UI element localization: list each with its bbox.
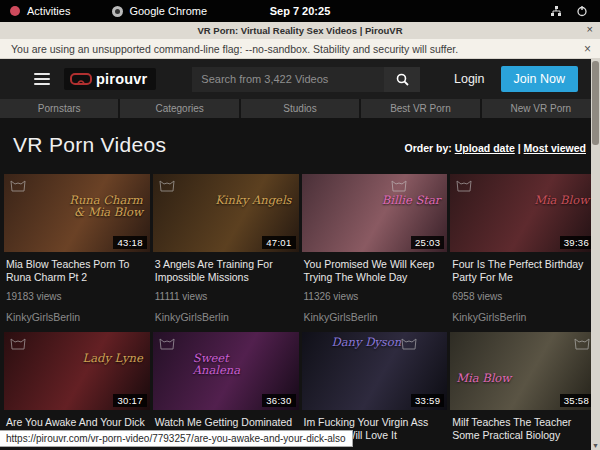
- join-now-button[interactable]: Join Now: [501, 66, 578, 92]
- nav-item-best-vr[interactable]: Best VR Porn: [361, 99, 479, 118]
- duration-badge: 43:18: [113, 236, 146, 249]
- video-title-link[interactable]: 3 Angels Are Training For Impossible Mis…: [153, 258, 299, 284]
- main-nav: Pornstars Categories Studios Best VR Por…: [0, 99, 600, 118]
- studio-link[interactable]: KinkyGirlsBerlin: [302, 311, 448, 323]
- video-grid: Runa Charm & Mia Blow 43:18 Mia Blow Tea…: [0, 174, 600, 450]
- video-card: Runa Charm & Mia Blow 43:18 Mia Blow Tea…: [4, 174, 150, 332]
- thumbnail-overlay-text: Dany Dyson: [332, 336, 402, 348]
- scrollbar-down-arrow-icon[interactable]: ▼: [591, 442, 600, 449]
- duration-badge: 33:59: [411, 394, 444, 407]
- duration-badge: 30:17: [113, 394, 146, 407]
- sandbox-warning-text: You are using an unsupported command-lin…: [11, 43, 458, 55]
- duration-badge: 25:03: [411, 236, 444, 249]
- video-card: Kinky Angels 47:01 3 Angels Are Training…: [153, 174, 299, 332]
- video-thumbnail[interactable]: Kinky Angels 47:01: [153, 174, 299, 252]
- studio-logo-icon: [391, 178, 407, 192]
- network-icon[interactable]: [550, 5, 562, 17]
- thumbnail-overlay-text: Kinky Angels: [215, 194, 291, 206]
- order-by-label: Order by:: [404, 142, 451, 154]
- browser-viewport: pirouvr Login Join Now Pornstars Categor…: [0, 59, 600, 450]
- video-thumbnail[interactable]: Runa Charm & Mia Blow 43:18: [4, 174, 150, 252]
- scrollbar[interactable]: ▼: [591, 59, 600, 450]
- video-thumbnail[interactable]: Dany Dyson 33:59: [302, 332, 448, 410]
- clock[interactable]: Sep 7 20:25: [0, 5, 600, 17]
- window-title: VR Porn: Virtual Reality Sex Videos | Pi…: [197, 25, 402, 36]
- studio-logo-icon: [159, 336, 175, 350]
- studio-logo-icon: [456, 178, 472, 192]
- status-url-tooltip: https://pirouvr.com/vr-porn-video/779325…: [0, 430, 353, 447]
- duration-badge: 36:30: [262, 394, 295, 407]
- nav-item-new-vr[interactable]: New VR Porn: [482, 99, 600, 118]
- vr-goggles-icon: [70, 73, 92, 85]
- video-card: Mia Blow 35:58 Milf Teaches The Teacher …: [450, 332, 596, 450]
- video-thumbnail[interactable]: Billie Star 25:03: [302, 174, 448, 252]
- video-thumbnail[interactable]: Sweet Analena 36:30: [153, 332, 299, 410]
- video-card: Billie Star 25:03 You Promised We Will K…: [302, 174, 448, 332]
- studio-link[interactable]: KinkyGirlsBerlin: [450, 311, 596, 323]
- video-title-link[interactable]: Four Is The Perfect Birthday Party For M…: [450, 258, 596, 284]
- nav-item-studios[interactable]: Studios: [241, 99, 359, 118]
- window-title-bar[interactable]: VR Porn: Virtual Reality Sex Videos | Pi…: [0, 22, 600, 39]
- studio-logo-icon: [574, 336, 590, 350]
- video-thumbnail[interactable]: Mia Blow 35:58: [450, 332, 596, 410]
- video-views: 6958 views: [450, 291, 596, 302]
- search-icon: [396, 73, 409, 86]
- studio-logo-icon: [159, 178, 175, 192]
- video-views: 19183 views: [4, 291, 150, 302]
- duration-badge: 39:36: [560, 236, 593, 249]
- sandbox-warning-bar: You are using an unsupported command-lin…: [0, 39, 600, 59]
- search-input[interactable]: [192, 67, 384, 92]
- video-title-link[interactable]: You Promised We Will Keep Trying The Who…: [302, 258, 448, 284]
- studio-link[interactable]: KinkyGirlsBerlin: [153, 311, 299, 323]
- video-title-link[interactable]: Milf Teaches The Teacher Some Practical …: [450, 416, 596, 442]
- system-top-bar: Activities Google Chrome Sep 7 20:25: [0, 0, 600, 22]
- thumbnail-overlay-text: Lady Lyne: [83, 352, 143, 364]
- video-card: Mia Blow 39:36 Four Is The Perfect Birth…: [450, 174, 596, 332]
- studio-logo-icon: [10, 336, 26, 350]
- thumbnail-overlay-text: Runa Charm & Mia Blow: [63, 194, 143, 218]
- logo-text: pirouvr: [96, 71, 147, 87]
- duration-badge: 47:01: [262, 236, 295, 249]
- page-title: VR Porn Videos: [13, 133, 166, 157]
- hamburger-menu-icon[interactable]: [34, 73, 50, 85]
- duration-badge: 35:58: [560, 394, 593, 407]
- thumbnail-overlay-text: Mia Blow: [456, 372, 511, 384]
- video-views: 11326 views: [302, 291, 448, 302]
- site-header: pirouvr Login Join Now: [0, 59, 600, 99]
- infobar-close-icon[interactable]: ×: [584, 42, 591, 56]
- video-thumbnail[interactable]: Mia Blow 39:36: [450, 174, 596, 252]
- video-thumbnail[interactable]: Lady Lyne 30:17: [4, 332, 150, 410]
- scrollbar-thumb[interactable]: [592, 61, 599, 145]
- window-close-icon[interactable]: ×: [587, 23, 593, 35]
- studio-logo-icon: [401, 336, 417, 350]
- thumbnail-overlay-text: Sweet Analena: [193, 352, 273, 376]
- video-title-link[interactable]: Mia Blow Teaches Porn To Runa Charm Pt 2: [4, 258, 150, 284]
- power-icon[interactable]: [576, 5, 588, 17]
- order-separator: |: [518, 142, 521, 154]
- thumbnail-overlay-text: Mia Blow: [534, 194, 589, 206]
- studio-link[interactable]: KinkyGirlsBerlin: [4, 311, 150, 323]
- video-views: 11111 views: [153, 291, 299, 302]
- site-logo[interactable]: pirouvr: [64, 68, 156, 90]
- login-link[interactable]: Login: [454, 72, 485, 86]
- order-most-viewed-link[interactable]: Most viewed: [524, 142, 586, 154]
- thumbnail-overlay-text: Billie Star: [382, 194, 440, 206]
- screen: Activities Google Chrome Sep 7 20:25 VR …: [0, 0, 600, 450]
- nav-item-categories[interactable]: Categories: [120, 99, 238, 118]
- studio-logo-icon: [10, 178, 26, 192]
- order-by-controls: Order by: Upload date | Most viewed: [404, 142, 586, 157]
- nav-item-pornstars[interactable]: Pornstars: [0, 99, 118, 118]
- search-bar: [192, 67, 420, 92]
- order-upload-date-link[interactable]: Upload date: [455, 142, 515, 154]
- search-button[interactable]: [384, 67, 420, 92]
